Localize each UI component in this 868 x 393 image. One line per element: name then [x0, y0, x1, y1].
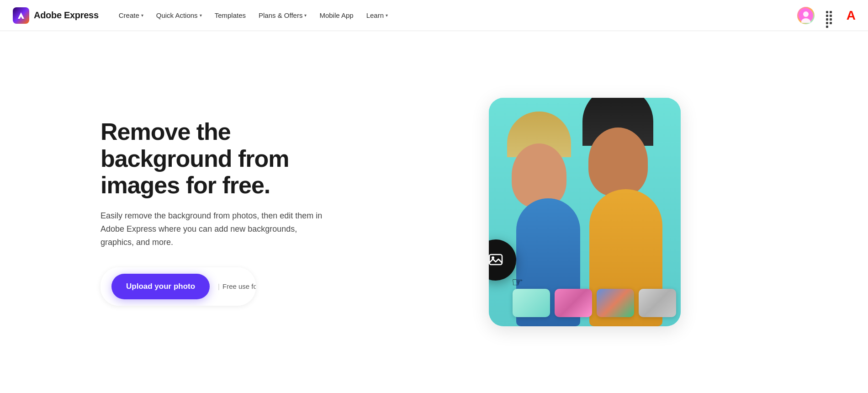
- chevron-down-icon: ▾: [386, 13, 388, 18]
- navbar: Adobe Express Create ▾ Quick Actions ▾ T…: [0, 0, 868, 31]
- hero-content: Remove the background from images for fr…: [101, 118, 356, 305]
- hero-title: Remove the background from images for fr…: [101, 118, 356, 198]
- svg-rect-3: [489, 255, 502, 265]
- thumbnail-3[interactable]: [597, 289, 634, 317]
- upload-photo-button[interactable]: Upload your photo: [111, 274, 210, 299]
- adobe-express-logo-icon: [13, 7, 29, 24]
- nav-links: Create ▾ Quick Actions ▾ Templates Plans…: [113, 8, 393, 23]
- hero-section: Remove the background from images for fr…: [0, 31, 868, 393]
- chevron-down-icon: ▾: [304, 13, 307, 18]
- thumbnail-1[interactable]: [513, 289, 550, 317]
- thumbnail-strip: [513, 289, 676, 317]
- nav-learn[interactable]: Learn ▾: [361, 8, 393, 23]
- cta-badges: Upload your photo | Free use forever ✓ N…: [101, 267, 256, 306]
- hero-cta-row: Upload your photo | Free use forever ✓ N…: [101, 267, 356, 306]
- user-avatar[interactable]: [797, 7, 815, 24]
- chevron-down-icon: ▾: [141, 13, 143, 18]
- logo-area[interactable]: Adobe Express: [13, 7, 99, 24]
- apps-grid-button[interactable]: [822, 7, 839, 24]
- free-badge: | Free use forever: [218, 282, 256, 290]
- hero-photo-card: ☞: [489, 98, 681, 326]
- hero-image-area: ☞: [356, 93, 813, 331]
- thumbnail-4[interactable]: [639, 289, 676, 317]
- nav-create[interactable]: Create ▾: [113, 8, 149, 23]
- nav-right: A: [797, 7, 855, 24]
- nav-mobile-app[interactable]: Mobile App: [314, 8, 359, 23]
- chevron-down-icon: ▾: [200, 13, 202, 18]
- nav-left: Adobe Express Create ▾ Quick Actions ▾ T…: [13, 7, 393, 24]
- thumbnail-2[interactable]: [555, 289, 592, 317]
- adobe-logo-icon: A: [847, 8, 855, 23]
- nav-quick-actions[interactable]: Quick Actions ▾: [151, 8, 207, 23]
- image-edit-icon: [489, 252, 504, 268]
- svg-point-1: [803, 11, 809, 17]
- nav-plans-offers[interactable]: Plans & Offers ▾: [253, 8, 312, 23]
- person2-head: [588, 127, 648, 196]
- hero-subtitle: Easily remove the background from photos…: [101, 209, 329, 249]
- person1-head: [512, 143, 566, 207]
- nav-templates[interactable]: Templates: [209, 8, 251, 23]
- logo-text: Adobe Express: [34, 10, 99, 21]
- grid-icon: [826, 11, 835, 20]
